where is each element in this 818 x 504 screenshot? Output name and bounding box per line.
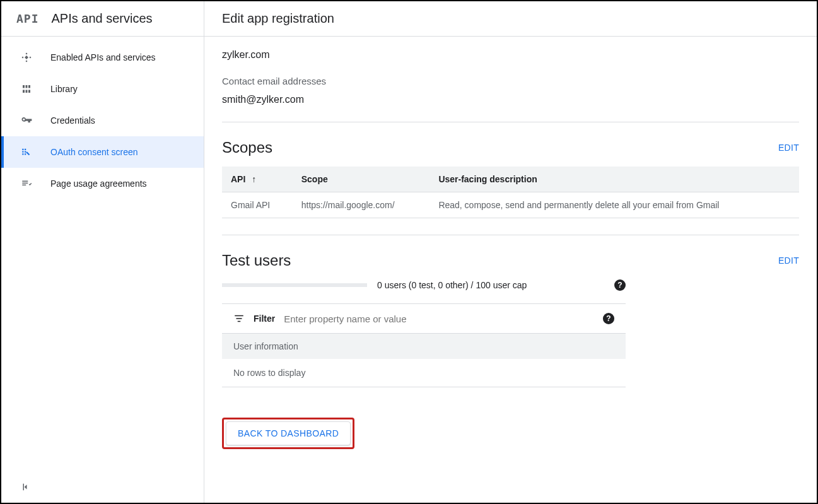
filter-label: Filter bbox=[254, 314, 275, 324]
divider bbox=[222, 235, 799, 235]
contact-email-value: smith@zylker.com bbox=[222, 94, 799, 105]
sidebar-item-credentials[interactable]: Credentials bbox=[1, 105, 204, 136]
table-row: Gmail API https://mail.google.com/ Read,… bbox=[222, 192, 799, 218]
sidebar-header: API APIs and services bbox=[1, 1, 204, 37]
help-icon[interactable]: ? bbox=[603, 313, 614, 324]
filter-input[interactable] bbox=[284, 314, 594, 324]
col-scope[interactable]: Scope bbox=[293, 167, 430, 192]
collapse-sidebar-button[interactable] bbox=[20, 481, 32, 493]
sidebar-item-label: Library bbox=[50, 84, 78, 94]
filter-bar: Filter ? bbox=[222, 303, 626, 333]
help-icon[interactable]: ? bbox=[614, 279, 626, 291]
sidebar-item-label: Credentials bbox=[50, 115, 95, 126]
back-to-dashboard-button[interactable]: BACK TO DASHBOARD bbox=[226, 421, 351, 445]
divider bbox=[222, 122, 799, 122]
key-icon bbox=[20, 114, 33, 127]
page-title: Edit app registration bbox=[204, 1, 817, 37]
scopes-title: Scopes bbox=[222, 139, 272, 156]
edit-scopes-button[interactable]: EDIT bbox=[778, 143, 799, 153]
col-api-label: API bbox=[231, 174, 245, 184]
test-users-title: Test users bbox=[222, 252, 291, 269]
app-domain-value: zylker.com bbox=[222, 49, 799, 61]
sidebar-item-label: Page usage agreements bbox=[50, 179, 147, 189]
edit-test-users-button[interactable]: EDIT bbox=[778, 255, 799, 266]
library-icon bbox=[20, 83, 33, 95]
api-logo: API bbox=[16, 12, 39, 25]
sidebar-title: APIs and services bbox=[52, 11, 153, 26]
contact-email-label: Contact email addresses bbox=[222, 76, 799, 86]
agreements-icon bbox=[20, 178, 33, 189]
user-cap-progress bbox=[222, 283, 367, 287]
cell-scope: https://mail.google.com/ bbox=[293, 192, 430, 218]
sidebar-nav: Enabled APIs and services Library Creden… bbox=[1, 37, 204, 199]
cell-api: Gmail API bbox=[222, 192, 293, 218]
col-api[interactable]: API ↑ bbox=[222, 167, 293, 192]
user-info-header: User information bbox=[222, 333, 626, 359]
col-desc[interactable]: User-facing description bbox=[429, 167, 799, 192]
sidebar-item-library[interactable]: Library bbox=[1, 73, 204, 105]
diamond-move-icon bbox=[20, 52, 33, 63]
no-rows-message: No rows to display bbox=[222, 359, 626, 387]
sidebar-item-page-usage[interactable]: Page usage agreements bbox=[1, 168, 204, 199]
sidebar: API APIs and services Enabled APIs and s… bbox=[1, 1, 204, 503]
back-button-highlight: BACK TO DASHBOARD bbox=[222, 418, 354, 449]
sidebar-item-label: Enabled APIs and services bbox=[50, 52, 156, 62]
consent-screen-icon bbox=[20, 146, 33, 158]
filter-icon bbox=[233, 313, 245, 324]
scopes-table: API ↑ Scope User-facing description Gmai… bbox=[222, 167, 799, 218]
sidebar-item-oauth-consent[interactable]: OAuth consent screen bbox=[1, 136, 204, 168]
cell-desc: Read, compose, send and permanently dele… bbox=[429, 192, 799, 218]
sidebar-item-label: OAuth consent screen bbox=[50, 147, 138, 157]
sidebar-item-enabled-apis[interactable]: Enabled APIs and services bbox=[1, 42, 204, 73]
sort-ascending-icon: ↑ bbox=[252, 174, 256, 184]
user-cap-text: 0 users (0 test, 0 other) / 100 user cap bbox=[377, 280, 604, 290]
main-content: Edit app registration zylker.com Contact… bbox=[204, 1, 817, 503]
